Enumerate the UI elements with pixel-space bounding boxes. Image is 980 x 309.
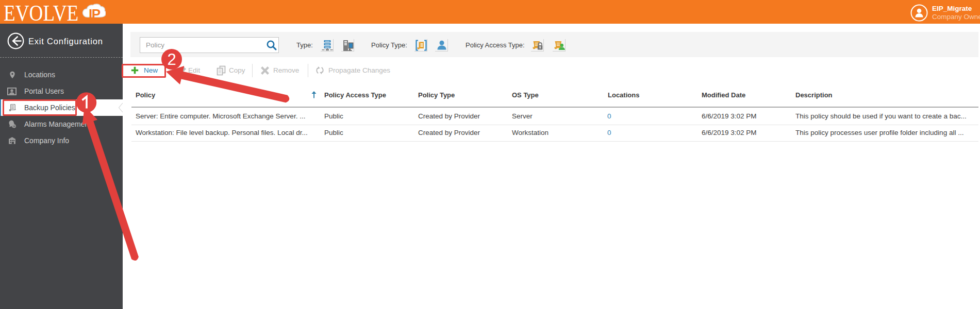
svg-text:IP: IP (89, 6, 101, 22)
